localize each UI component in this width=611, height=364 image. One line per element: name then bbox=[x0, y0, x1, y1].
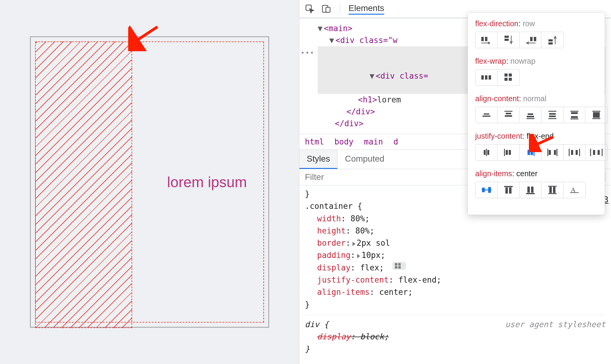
flex-wrap-nowrap-button[interactable] bbox=[475, 70, 497, 85]
svg-rect-60 bbox=[593, 150, 595, 155]
justify-content-group: justify-content: flex-end bbox=[475, 132, 597, 161]
css-rule-border: border:2px sol bbox=[305, 237, 606, 249]
svg-rect-19 bbox=[504, 73, 508, 77]
svg-rect-69 bbox=[527, 187, 530, 193]
css-rule-justify-content: justify-content: flex-end; bbox=[305, 274, 606, 286]
svg-rect-73 bbox=[549, 187, 552, 193]
svg-rect-15 bbox=[548, 42, 553, 45]
align-content-stretch-button[interactable] bbox=[585, 107, 607, 123]
svg-rect-21 bbox=[504, 78, 508, 81]
expand-icon[interactable] bbox=[357, 254, 360, 258]
breadcrumb-body[interactable]: body bbox=[334, 137, 354, 146]
svg-rect-13 bbox=[534, 37, 536, 41]
svg-rect-10 bbox=[504, 36, 509, 38]
svg-rect-12 bbox=[530, 37, 533, 41]
svg-rect-36 bbox=[571, 112, 578, 114]
flex-direction-column-button[interactable] bbox=[497, 32, 519, 48]
svg-rect-53 bbox=[554, 150, 556, 155]
css-rule-align-items: align-items: center; bbox=[305, 286, 606, 298]
justify-content-start-button[interactable] bbox=[497, 145, 519, 160]
svg-rect-52 bbox=[549, 150, 551, 155]
justify-content-center-button[interactable] bbox=[475, 145, 497, 160]
svg-rect-61 bbox=[598, 150, 600, 155]
container-box: lorem ipsum bbox=[30, 36, 269, 327]
svg-rect-49 bbox=[531, 150, 533, 155]
svg-rect-74 bbox=[553, 187, 555, 193]
device-toolbar-icon[interactable] bbox=[321, 4, 331, 14]
svg-rect-26 bbox=[506, 113, 511, 114]
svg-rect-6 bbox=[395, 266, 397, 269]
svg-rect-22 bbox=[509, 78, 512, 81]
subtab-styles[interactable]: Styles bbox=[299, 150, 338, 169]
svg-rect-29 bbox=[527, 116, 534, 117]
ua-stylesheet-label: user agent stylesheet bbox=[505, 318, 606, 330]
svg-rect-9 bbox=[485, 37, 487, 41]
svg-rect-7 bbox=[398, 266, 401, 269]
svg-rect-16 bbox=[481, 75, 484, 80]
align-content-center-button[interactable] bbox=[475, 107, 497, 123]
flex-editor-popover: flex-direction: row flex-wrap: nowrap bbox=[468, 12, 605, 215]
svg-rect-11 bbox=[504, 39, 509, 41]
svg-rect-20 bbox=[509, 73, 512, 77]
svg-rect-56 bbox=[571, 150, 573, 155]
breadcrumb-main[interactable]: main bbox=[364, 137, 383, 146]
breadcrumb-div[interactable]: d bbox=[393, 137, 398, 146]
svg-rect-33 bbox=[549, 116, 556, 117]
align-content-space-between-button[interactable] bbox=[563, 107, 585, 123]
align-items-end-button[interactable] bbox=[519, 182, 541, 198]
svg-rect-24 bbox=[483, 116, 490, 117]
flex-wrap-wrap-button[interactable] bbox=[497, 70, 519, 85]
align-items-stretch-button[interactable] bbox=[541, 182, 563, 198]
flex-wrap-group: flex-wrap: nowrap bbox=[475, 57, 597, 86]
preview-heading: lorem ipsum bbox=[167, 174, 247, 191]
justify-content-space-between-button[interactable] bbox=[541, 145, 563, 160]
svg-rect-67 bbox=[505, 187, 508, 194]
breadcrumb-html[interactable]: html bbox=[305, 137, 324, 146]
align-content-space-around-button[interactable] bbox=[541, 107, 563, 123]
tab-elements[interactable]: Elements bbox=[349, 3, 384, 15]
flex-direction-column-reverse-button[interactable] bbox=[541, 32, 563, 48]
align-content-start-button[interactable] bbox=[497, 107, 519, 123]
svg-rect-27 bbox=[505, 115, 512, 117]
align-content-end-button[interactable] bbox=[519, 107, 541, 123]
css-rule-padding: padding:10px; bbox=[305, 249, 606, 261]
svg-rect-4 bbox=[395, 263, 397, 266]
align-items-center-button[interactable] bbox=[475, 182, 497, 198]
subtab-computed[interactable]: Computed bbox=[338, 150, 392, 169]
align-items-start-button[interactable] bbox=[497, 182, 519, 198]
css-close-brace: } bbox=[305, 298, 606, 311]
flex-direction-group: flex-direction: row bbox=[475, 19, 597, 48]
align-items-baseline-button[interactable]: A bbox=[563, 182, 585, 198]
flex-direction-row-reverse-button[interactable] bbox=[519, 32, 541, 48]
devtools-panel: Elements ▼<main> ▼<div class="w ••• ▼<di… bbox=[299, 0, 611, 364]
svg-rect-57 bbox=[576, 150, 578, 155]
svg-rect-8 bbox=[481, 37, 484, 41]
justify-content-space-around-button[interactable] bbox=[563, 145, 585, 160]
ua-rule-display: display: block; bbox=[305, 330, 606, 343]
svg-rect-40 bbox=[593, 112, 600, 118]
svg-rect-23 bbox=[484, 113, 489, 115]
align-content-group: align-content: normal bbox=[475, 94, 597, 123]
flex-editor-badge-icon[interactable] bbox=[392, 262, 406, 270]
svg-rect-3 bbox=[326, 7, 330, 12]
align-items-group: align-items: center A bbox=[475, 169, 597, 198]
svg-rect-28 bbox=[528, 113, 533, 115]
svg-rect-18 bbox=[489, 75, 491, 80]
justify-content-end-button[interactable] bbox=[519, 145, 541, 160]
svg-rect-14 bbox=[548, 39, 553, 41]
toolbar-separator bbox=[340, 4, 340, 14]
css-rule-height: height: 80%; bbox=[305, 225, 606, 237]
svg-rect-47 bbox=[509, 150, 511, 155]
ua-stylesheet-block: user agent stylesheet div { display: blo… bbox=[305, 315, 606, 355]
svg-rect-42 bbox=[484, 150, 486, 155]
flex-empty-space-hatched bbox=[35, 41, 132, 328]
css-rule-display: display: flex; bbox=[305, 262, 606, 274]
flex-direction-row-button[interactable] bbox=[475, 32, 497, 48]
svg-rect-46 bbox=[506, 150, 508, 155]
justify-content-space-evenly-button[interactable] bbox=[585, 145, 607, 160]
expand-icon[interactable] bbox=[352, 242, 356, 246]
svg-rect-48 bbox=[528, 150, 530, 155]
svg-rect-70 bbox=[531, 187, 533, 193]
inspect-icon[interactable] bbox=[305, 4, 315, 14]
svg-rect-68 bbox=[509, 187, 512, 194]
